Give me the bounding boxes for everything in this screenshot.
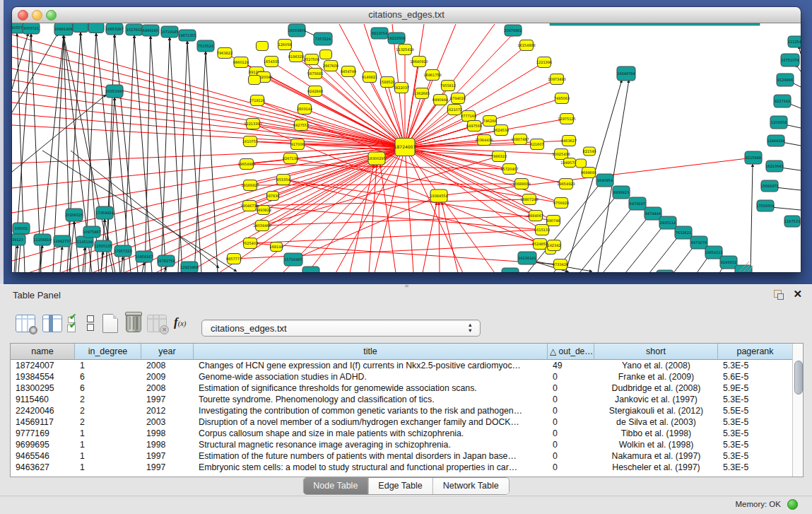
network-canvas[interactable]: 9405572305572120691406106532871527602646… xyxy=(12,23,801,272)
table-row[interactable]: 911546021997Tourette syndrome. Phenomeno… xyxy=(11,394,792,405)
graph-node-teal[interactable]: 10719185 xyxy=(160,26,178,37)
graph-node-yellow[interactable]: 9527508 xyxy=(304,54,319,65)
graph-node-yellow[interactable]: 917006 xyxy=(290,139,304,150)
graph-node-yellow[interactable]: 14039468 xyxy=(253,221,271,231)
splitter-grip[interactable] xyxy=(404,284,410,287)
graph-node-teal[interactable]: 16136141 xyxy=(518,252,536,264)
network-table-select[interactable]: citations_edges.txt ▲▼ xyxy=(201,320,481,337)
graph-node-yellow[interactable]: 5822037 xyxy=(394,83,409,93)
graph-node-teal[interactable]: 2935114 xyxy=(659,216,676,229)
graph-node-yellow[interactable]: 10973493 xyxy=(548,74,565,85)
graph-node-yellow[interactable]: 1362685 xyxy=(414,88,430,99)
graph-node-teal[interactable]: 19218506 xyxy=(387,33,405,44)
graph-node-yellow[interactable]: 169144 xyxy=(269,243,283,252)
graph-node-yellow[interactable]: 18807249 xyxy=(520,194,538,205)
graph-node-teal[interactable]: 17359924 xyxy=(95,206,113,219)
graph-node-yellow[interactable]: 1588520 xyxy=(379,77,395,88)
column-header-out_de[interactable]: △ out_de… xyxy=(548,344,594,360)
graph-node-teal[interactable]: 7515524 xyxy=(197,40,214,52)
graph-node-teal[interactable]: 935001 xyxy=(13,223,30,234)
column-header-year[interactable]: year xyxy=(141,344,194,360)
graph-node-yellow[interactable]: 16154808 xyxy=(517,40,535,51)
new-column-button[interactable] xyxy=(102,314,118,333)
graph-node-teal[interactable]: 7632621 xyxy=(675,226,692,239)
graph-node-teal[interactable]: 8813054 xyxy=(371,28,388,39)
graph-node-yellow[interactable] xyxy=(576,159,587,168)
graph-node-yellow[interactable]: 12213393 xyxy=(244,119,261,129)
graph-node-teal[interactable]: 16782759 xyxy=(157,255,175,267)
graph-node-teal[interactable]: 10958167 xyxy=(135,251,153,262)
show-columns-button[interactable] xyxy=(42,315,62,332)
graph-node-yellow[interactable]: 9493822 xyxy=(256,206,271,215)
graph-node-teal[interactable]: 10654112 xyxy=(705,246,722,259)
graph-node-yellow[interactable]: 821540 xyxy=(582,147,596,156)
graph-node-yellow[interactable]: 18724007 xyxy=(394,139,416,156)
table-rows[interactable]: 1872400712008Changes of HCN gene express… xyxy=(11,360,792,477)
graph-node-teal[interactable]: 14671355 xyxy=(178,30,196,41)
graph-node-yellow[interactable]: 9242848 xyxy=(307,86,323,97)
column-header-pagerank[interactable]: pagerank xyxy=(718,344,793,360)
row-height-icon[interactable] xyxy=(87,315,94,332)
graph-node-yellow[interactable]: 9860124 xyxy=(233,57,249,68)
graph-node-teal[interactable]: 1209358 xyxy=(770,116,787,129)
table-row[interactable]: 946362711997Embryonic stem cells: a mode… xyxy=(11,462,792,473)
graph-node-yellow[interactable]: 7625402 xyxy=(242,238,258,249)
graph-node-yellow[interactable]: 2718126 xyxy=(249,95,265,106)
graph-node-yellow[interactable]: 19384554 xyxy=(430,189,447,202)
graph-node-yellow[interactable]: 3624534 xyxy=(493,125,509,136)
graph-node-teal[interactable]: 15716485 xyxy=(284,253,302,266)
graph-node-teal[interactable]: 17016504 xyxy=(756,200,774,211)
graph-node-yellow[interactable]: 7485063 xyxy=(554,93,570,104)
column-header-title[interactable]: title xyxy=(194,344,548,360)
graph-node-yellow[interactable]: 6794028 xyxy=(450,93,466,104)
graph-node-yellow[interactable]: 9756928 xyxy=(553,198,569,209)
tab-edge-table[interactable]: Edge Table xyxy=(368,478,433,494)
graph-node-yellow[interactable] xyxy=(320,50,332,59)
graph-node-yellow[interactable]: 19654985 xyxy=(237,159,255,170)
graph-node-yellow[interactable]: 853354 xyxy=(276,175,290,185)
graph-node-teal[interactable]: 16033809 xyxy=(288,24,305,37)
graph-node-teal[interactable] xyxy=(73,23,88,33)
table-row[interactable]: 946554611997Estimation of the future num… xyxy=(11,450,792,462)
graph-node-teal[interactable]: 8215988 xyxy=(745,151,762,164)
graph-node-yellow[interactable]: 10807487 xyxy=(511,134,529,145)
graph-node-yellow[interactable]: 11325419 xyxy=(396,45,413,55)
graph-node-yellow[interactable]: 1610755 xyxy=(242,136,258,147)
select-columns-icon[interactable]: ✔✔ xyxy=(68,315,79,332)
graph-node-teal[interactable]: 12444184 xyxy=(767,135,784,146)
graph-node-teal[interactable]: 9474444 xyxy=(645,207,661,220)
graph-node-teal[interactable]: 9129966 xyxy=(777,74,794,86)
table-row[interactable]: 1872400712008Changes of HCN gene express… xyxy=(11,360,792,371)
graph-node-teal[interactable]: 12923468 xyxy=(180,262,198,272)
graph-node-teal[interactable]: 15692971 xyxy=(760,180,778,192)
column-header-in_degree[interactable]: in_degree xyxy=(75,344,141,360)
graph-node-teal[interactable] xyxy=(502,268,519,272)
graph-node-teal[interactable]: 20691406 xyxy=(54,23,73,35)
graph-node-teal[interactable]: 8938923 xyxy=(613,186,630,199)
graph-node-teal[interactable]: 10653287 xyxy=(105,23,123,35)
graph-node-yellow[interactable]: 18640910 xyxy=(410,57,428,67)
graph-node-yellow[interactable]: 9463627 xyxy=(561,136,577,146)
graph-node-yellow[interactable]: 9699695 xyxy=(581,168,596,178)
graph-node-teal[interactable]: 12505135 xyxy=(94,240,112,252)
graph-node-yellow[interactable]: 142342 xyxy=(547,240,560,251)
close-panel-icon[interactable]: ✕ xyxy=(793,288,802,300)
table-row[interactable]: 1938455462009Genome-wide association stu… xyxy=(11,371,792,382)
graph-node-teal[interactable]: 15751074 xyxy=(781,54,799,66)
graph-node-teal[interactable] xyxy=(657,270,673,272)
graph-node-yellow[interactable]: 1221396 xyxy=(536,57,552,68)
graph-node-teal[interactable] xyxy=(302,267,319,272)
graph-node-yellow[interactable] xyxy=(249,76,261,85)
graph-node-yellow[interactable]: 890746 xyxy=(546,216,560,226)
graph-node-yellow[interactable]: 8427552 xyxy=(293,120,309,131)
graph-node-teal[interactable]: 8471676 xyxy=(690,236,707,249)
tab-network-table[interactable]: Network Table xyxy=(433,478,509,494)
graph-node-yellow[interactable]: 1621072 xyxy=(447,105,462,115)
graph-node-teal[interactable]: 9245652 xyxy=(720,256,737,269)
graph-node-teal[interactable]: 1527602 xyxy=(126,24,143,35)
column-header-short[interactable]: short xyxy=(594,344,718,360)
graph-node-teal[interactable]: 20206525 xyxy=(65,209,83,221)
graph-node-yellow[interactable]: 2803144 xyxy=(297,104,312,115)
graph-node-teal[interactable]: 20876862 xyxy=(504,25,522,36)
graph-node-yellow[interactable]: 126058 xyxy=(278,40,291,50)
